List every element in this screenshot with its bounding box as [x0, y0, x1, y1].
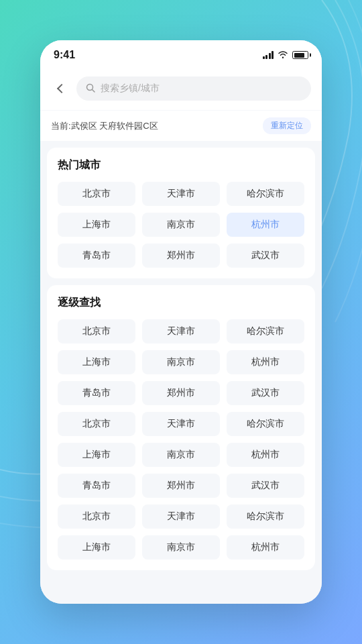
browse-city-item[interactable]: 上海市: [58, 350, 135, 374]
city-item[interactable]: 上海市: [58, 213, 135, 237]
browse-city-item[interactable]: 杭州市: [227, 443, 304, 467]
city-item[interactable]: 武汉市: [227, 244, 304, 268]
city-item-active[interactable]: 杭州市: [227, 213, 304, 237]
back-arrow-icon: [57, 84, 66, 93]
browse-city-item[interactable]: 南京市: [142, 443, 220, 467]
city-item[interactable]: 天津市: [142, 182, 220, 206]
current-location-text: 当前:武侯区 天府软件园C区: [51, 120, 158, 132]
browse-city-item[interactable]: 杭州市: [227, 535, 304, 559]
browse-city-item[interactable]: 天津市: [142, 504, 220, 529]
main-content: 热门城市 北京市 天津市 哈尔滨市 上海市 南京市 杭州市 青岛市 郑州市 武汉…: [40, 141, 322, 604]
browse-title: 逐级查找: [58, 296, 304, 310]
browse-city-item[interactable]: 哈尔滨市: [227, 504, 304, 529]
battery-icon: [292, 51, 308, 59]
city-item[interactable]: 郑州市: [142, 244, 220, 268]
city-item[interactable]: 哈尔滨市: [227, 182, 304, 206]
city-item[interactable]: 北京市: [58, 182, 135, 206]
back-button[interactable]: [51, 79, 70, 98]
browse-city-item[interactable]: 南京市: [142, 350, 220, 374]
browse-city-item[interactable]: 青岛市: [58, 381, 135, 405]
browse-city-item[interactable]: 北京市: [58, 319, 135, 343]
browse-city-item[interactable]: 北京市: [58, 412, 135, 436]
browse-city-item[interactable]: 上海市: [58, 535, 135, 559]
hot-cities-section: 热门城市 北京市 天津市 哈尔滨市 上海市 南京市 杭州市 青岛市 郑州市 武汉…: [47, 148, 315, 278]
browse-cities-grid: 北京市 天津市 哈尔滨市 上海市 南京市 杭州市 青岛市 郑州市 武汉市 北京市…: [58, 319, 304, 559]
location-bar: 当前:武侯区 天府软件园C区 重新定位: [40, 111, 322, 141]
search-header: 搜索乡镇/城市: [40, 70, 322, 110]
browse-city-item[interactable]: 郑州市: [142, 474, 220, 498]
status-bar: 9:41: [40, 40, 322, 70]
browse-city-item[interactable]: 北京市: [58, 504, 135, 529]
hot-cities-grid: 北京市 天津市 哈尔滨市 上海市 南京市 杭州市 青岛市 郑州市 武汉市: [58, 182, 304, 268]
browse-city-item[interactable]: 武汉市: [227, 381, 304, 405]
browse-city-item[interactable]: 青岛市: [58, 474, 135, 498]
browse-city-item[interactable]: 天津市: [142, 412, 220, 436]
browse-city-item[interactable]: 杭州市: [227, 350, 304, 374]
browse-city-item[interactable]: 郑州市: [142, 381, 220, 405]
signal-icon: [263, 51, 274, 59]
browse-city-item[interactable]: 南京市: [142, 535, 220, 559]
relocate-button[interactable]: 重新定位: [263, 117, 311, 134]
search-icon: [86, 83, 95, 95]
browse-section: 逐级查找 北京市 天津市 哈尔滨市 上海市 南京市 杭州市 青岛市 郑州市 武汉…: [47, 285, 315, 570]
hot-cities-title: 热门城市: [58, 158, 304, 172]
browse-city-item[interactable]: 武汉市: [227, 474, 304, 498]
search-placeholder: 搜索乡镇/城市: [101, 83, 160, 95]
search-box[interactable]: 搜索乡镇/城市: [76, 76, 311, 101]
status-icons: [263, 50, 309, 60]
wifi-icon: [278, 50, 288, 60]
phone-card: 9:41: [40, 40, 322, 604]
browse-city-item[interactable]: 哈尔滨市: [227, 319, 304, 343]
browse-city-item[interactable]: 上海市: [58, 443, 135, 467]
browse-city-item[interactable]: 天津市: [142, 319, 220, 343]
status-time: 9:41: [54, 49, 75, 61]
browse-city-item[interactable]: 哈尔滨市: [227, 412, 304, 436]
city-item[interactable]: 南京市: [142, 213, 220, 237]
city-item[interactable]: 青岛市: [58, 244, 135, 268]
